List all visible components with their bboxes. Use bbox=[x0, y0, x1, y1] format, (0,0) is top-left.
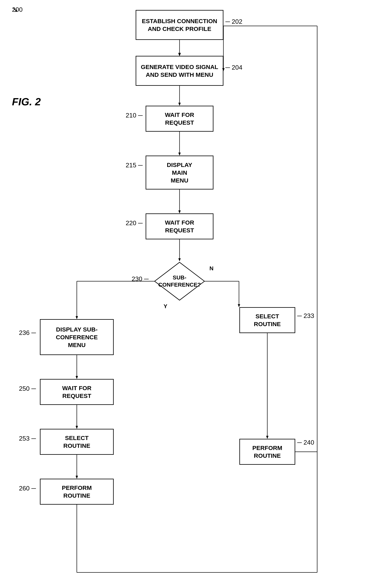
ref-230: 230 ─ bbox=[132, 275, 149, 283]
ref-253: 253 ─ bbox=[19, 435, 36, 442]
ref-204: ─ 204 bbox=[225, 64, 242, 71]
node-220: WAIT FORREQUEST bbox=[146, 213, 213, 239]
node-250: WAIT FORREQUEST bbox=[40, 379, 114, 405]
svg-marker-22 bbox=[76, 476, 78, 479]
ref-220: 220 ─ bbox=[126, 219, 143, 227]
node-204: GENERATE VIDEO SIGNALAND SEND WITH MENU bbox=[136, 56, 223, 86]
node-215: DISPLAYMAINMENU bbox=[146, 156, 213, 189]
svg-marker-10 bbox=[178, 258, 181, 261]
node-253: SELECTROUTINE bbox=[40, 429, 114, 455]
node-210: WAIT FORREQUEST bbox=[146, 106, 213, 132]
ref-250: 250 ─ bbox=[19, 385, 36, 392]
ref-236: 236 ─ bbox=[19, 329, 36, 336]
fig-label: FIG. 2 bbox=[12, 96, 41, 108]
arrow-label-y: Y bbox=[164, 303, 167, 310]
node-240: PERFORMROUTINE bbox=[239, 439, 295, 465]
node-202: ESTABLISH CONNECTIONAND CHECK PROFILE bbox=[136, 10, 223, 40]
flowchart-diagram: 200 ↘ FIG. 2 ESTABLISH CONNECTIONAND CHE… bbox=[0, 0, 382, 588]
ref-202: ─ 202 bbox=[225, 18, 242, 25]
svg-marker-6 bbox=[178, 153, 181, 156]
svg-marker-18 bbox=[76, 376, 78, 379]
node-260: PERFORMROUTINE bbox=[40, 479, 114, 505]
ref-210: 210 ─ bbox=[126, 112, 143, 119]
node-230: SUB-CONFERENCE? bbox=[154, 261, 206, 301]
svg-marker-24 bbox=[266, 436, 269, 439]
ref-215: 215 ─ bbox=[126, 162, 143, 169]
svg-marker-16 bbox=[238, 304, 240, 307]
ref-260: 260 ─ bbox=[19, 485, 36, 492]
arrow-label-n: N bbox=[210, 265, 213, 272]
svg-marker-2 bbox=[178, 53, 181, 56]
node-233: SELECTROUTINE bbox=[239, 307, 295, 333]
svg-marker-4 bbox=[178, 103, 181, 106]
ref-240: ─ 240 bbox=[297, 439, 314, 446]
svg-marker-8 bbox=[178, 210, 181, 213]
svg-marker-20 bbox=[76, 426, 78, 429]
node-236: DISPLAY SUB-CONFERENCEMENU bbox=[40, 319, 114, 355]
svg-marker-13 bbox=[76, 316, 78, 319]
ref-233: ─ 233 bbox=[297, 312, 314, 319]
